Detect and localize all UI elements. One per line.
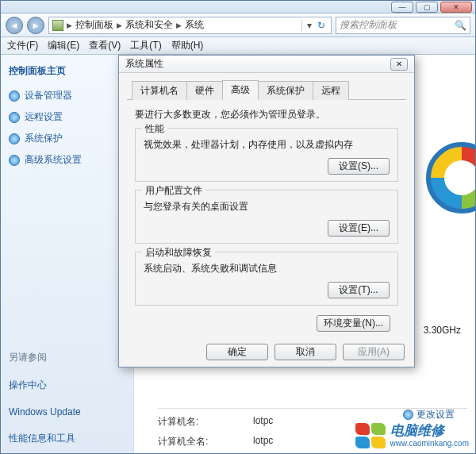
shield-icon [9,155,20,166]
chevron-right-icon: ▶ [176,21,182,29]
dialog-close-button[interactable]: ✕ [390,58,408,71]
sidebar-item-label: 设备管理器 [25,89,72,102]
performance-settings-button[interactable]: 设置(S)... [328,158,390,175]
dialog-footer: 确定 取消 应用(A) [206,344,405,360]
tab-hardware[interactable]: 硬件 [186,81,223,100]
menu-view[interactable]: 查看(V) [89,39,121,52]
sidebar-link-remote[interactable]: 远程设置 [9,110,125,124]
sidebar-link-advanced[interactable]: 高级系统设置 [9,153,125,167]
cpu-speed-value: 3.30GHz [424,325,461,336]
group-label: 启动和故障恢复 [142,246,215,260]
search-icon[interactable]: 🔍 [455,20,466,31]
dialog-title: 系统属性 [125,57,163,71]
shield-icon [9,112,20,123]
shield-icon [9,133,20,144]
breadcrumb-item[interactable]: 系统 [185,18,204,32]
group-performance: 性能 视觉效果，处理器计划，内存使用，以及虚拟内存 设置(S)... [135,128,398,182]
close-button[interactable]: ✕ [440,2,472,13]
window-titlebar: — ▢ ✕ [1,1,475,13]
tab-pane-advanced: 要进行大多数更改，您必须作为管理员登录。 性能 视觉效果，处理器计划，内存使用，… [127,100,406,337]
sidebar: 控制面板主页 设备管理器 远程设置 系统保护 高级系统设置 另请参阅 操作中心 … [1,55,134,454]
menu-tools[interactable]: 工具(T) [130,39,161,52]
shield-icon [403,410,413,420]
chevron-right-icon: ▶ [117,21,122,29]
sidebar-title: 控制面板主页 [9,64,125,78]
tab-remote[interactable]: 远程 [313,81,349,100]
link-label: 更改设置 [416,408,455,421]
menu-file[interactable]: 文件(F) [7,39,38,52]
change-settings-link[interactable]: 更改设置 [403,408,455,421]
menu-help[interactable]: 帮助(H) [171,39,204,52]
sidebar-item-label: 远程设置 [25,110,63,124]
watermark-text: 电脑维修 [390,424,469,439]
admin-note: 要进行大多数更改，您必须作为管理员登录。 [135,108,398,121]
menu-edit[interactable]: 编辑(E) [48,39,79,52]
group-desc: 与您登录有关的桌面设置 [144,200,390,214]
address-bar[interactable]: ▶ 控制面板 ▶ 系统和安全 ▶ 系统 ▾ ↻ [48,17,332,34]
minimize-button[interactable]: — [391,2,413,13]
environment-variables-button[interactable]: 环境变量(N)... [317,315,390,332]
refresh-icon[interactable]: ↻ [315,20,328,31]
group-label: 性能 [142,122,167,136]
sidebar-link-protection[interactable]: 系统保护 [9,132,125,145]
info-label: 计算机名: [158,415,253,429]
group-desc: 视觉效果，处理器计划，内存使用，以及虚拟内存 [144,138,390,152]
tab-strip: 计算机名 硬件 高级 系统保护 远程 [127,79,406,100]
search-placeholder: 搜索控制面板 [340,18,397,32]
tab-protection[interactable]: 系统保护 [258,81,313,100]
breadcrumb-item[interactable]: 控制面板 [75,18,113,32]
dropdown-icon[interactable]: ▾ [301,20,312,31]
info-label: 计算机全名: [158,435,253,448]
watermark: 电脑维修 www.caominkang.com [355,423,469,448]
see-also-windows-update[interactable]: Windows Update [9,406,125,417]
chevron-right-icon: ▶ [67,21,72,29]
watermark-url: www.caominkang.com [390,439,469,448]
windows-orb-icon [426,142,476,214]
tab-advanced[interactable]: 高级 [222,80,259,100]
breadcrumb-item[interactable]: 系统和安全 [125,18,173,32]
shield-icon [9,90,20,102]
group-startup-recovery: 启动和故障恢复 系统启动、系统失败和调试信息 设置(T)... [135,252,398,306]
group-label: 用户配置文件 [142,184,205,198]
control-panel-icon [52,20,63,31]
group-desc: 系统启动、系统失败和调试信息 [144,262,390,275]
maximize-button[interactable]: ▢ [416,2,438,13]
back-button[interactable]: ◄ [6,17,23,34]
search-input[interactable]: 搜索控制面板 🔍 [336,17,470,34]
see-also-header: 另请参阅 [9,340,125,364]
sidebar-item-label: 高级系统设置 [25,153,82,167]
menu-bar: 文件(F) 编辑(E) 查看(V) 工具(T) 帮助(H) [1,37,475,55]
see-also-action-center[interactable]: 操作中心 [9,379,125,392]
windows-flag-icon [355,423,386,448]
ok-button[interactable]: 确定 [206,344,268,360]
cancel-button[interactable]: 取消 [274,344,336,360]
see-also-perf-tools[interactable]: 性能信息和工具 [9,432,125,445]
user-profiles-settings-button[interactable]: 设置(E)... [328,220,390,237]
explorer-navbar: ◄ ► ▶ 控制面板 ▶ 系统和安全 ▶ 系统 ▾ ↻ 搜索控制面板 🔍 [1,13,475,37]
dialog-titlebar: 系统属性 ✕ [119,56,414,73]
startup-recovery-settings-button[interactable]: 设置(T)... [328,282,390,298]
system-properties-dialog: 系统属性 ✕ 计算机名 硬件 高级 系统保护 远程 要进行大多数更改，您必须作为… [118,55,415,367]
group-user-profiles: 用户配置文件 与您登录有关的桌面设置 设置(E)... [135,190,398,244]
tab-computer-name[interactable]: 计算机名 [132,81,187,100]
sidebar-item-label: 系统保护 [25,132,63,145]
forward-button[interactable]: ► [27,17,44,34]
sidebar-link-device-manager[interactable]: 设备管理器 [9,89,125,102]
apply-button[interactable]: 应用(A) [343,344,405,360]
